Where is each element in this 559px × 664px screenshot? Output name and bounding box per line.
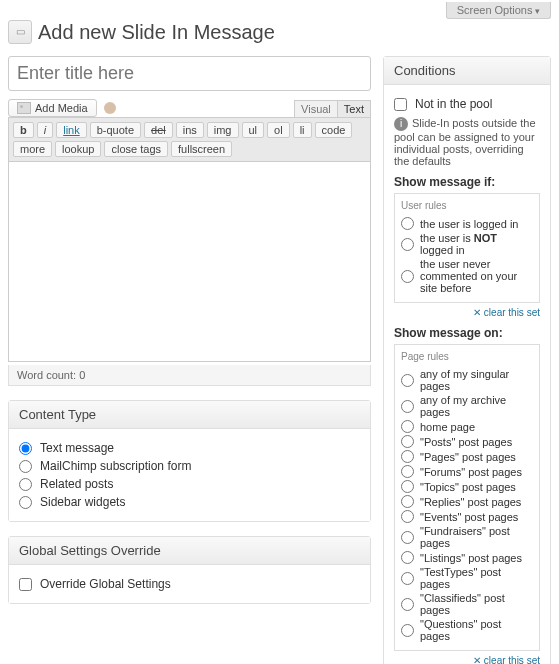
global-override-box: Global Settings Override Override Global…: [8, 536, 371, 604]
info-icon: i: [394, 117, 408, 131]
page-title-text: Add new Slide In Message: [38, 21, 275, 44]
word-count-bar: Word count: 0: [8, 365, 371, 386]
quicktags-toolbar: b i link b-quote del ins img ul ol li co…: [8, 117, 371, 162]
page-rule-3[interactable]: "Posts" post pages: [401, 435, 533, 448]
post-title-input[interactable]: [8, 56, 371, 91]
tab-text[interactable]: Text: [337, 100, 371, 117]
page-rules-fieldset: Page rules any of my singular pagesany o…: [394, 344, 540, 651]
page-rule-0[interactable]: any of my singular pages: [401, 368, 533, 392]
screen-options-toggle[interactable]: Screen Options: [446, 2, 551, 19]
qt-ol[interactable]: ol: [267, 122, 290, 138]
clear-user-rules[interactable]: clear this set: [473, 307, 540, 318]
show-if-heading: Show message if:: [394, 175, 540, 189]
content-editor[interactable]: [8, 162, 371, 362]
content-type-related[interactable]: Related posts: [19, 477, 360, 491]
qt-ins[interactable]: ins: [176, 122, 204, 138]
page-rule-8[interactable]: "Events" post pages: [401, 510, 533, 523]
media-badge-icon: [104, 102, 116, 114]
qt-fullscreen[interactable]: fullscreen: [171, 141, 232, 157]
media-icon: [17, 102, 31, 114]
qt-del[interactable]: del: [144, 122, 173, 138]
tab-visual[interactable]: Visual: [294, 100, 338, 117]
content-type-text[interactable]: Text message: [19, 441, 360, 455]
conditions-heading: Conditions: [384, 57, 550, 85]
page-rule-4[interactable]: "Pages" post pages: [401, 450, 533, 463]
content-type-sidebar[interactable]: Sidebar widgets: [19, 495, 360, 509]
rule-logged-in[interactable]: the user is logged in: [401, 217, 533, 230]
qt-bold[interactable]: b: [13, 122, 34, 138]
qt-italic[interactable]: i: [37, 122, 53, 138]
qt-bquote[interactable]: b-quote: [90, 122, 141, 138]
rule-not-logged-in[interactable]: the user is NOT logged in: [401, 232, 533, 256]
page-rule-9[interactable]: "Fundraisers" post pages: [401, 525, 533, 549]
qt-more[interactable]: more: [13, 141, 52, 157]
qt-ul[interactable]: ul: [242, 122, 265, 138]
slidein-icon: ▭: [8, 20, 32, 44]
content-type-mailchimp[interactable]: MailChimp subscription form: [19, 459, 360, 473]
page-title: ▭ Add new Slide In Message: [8, 20, 551, 44]
qt-close-tags[interactable]: close tags: [104, 141, 168, 157]
override-global-checkbox[interactable]: Override Global Settings: [19, 577, 360, 591]
page-rule-2[interactable]: home page: [401, 420, 533, 433]
rule-never-commented[interactable]: the user never commented on your site be…: [401, 258, 533, 294]
qt-img[interactable]: img: [207, 122, 239, 138]
page-rule-6[interactable]: "Topics" post pages: [401, 480, 533, 493]
not-in-pool-checkbox[interactable]: Not in the pool: [394, 97, 540, 111]
page-rule-5[interactable]: "Forums" post pages: [401, 465, 533, 478]
conditions-box: Conditions Not in the pool iSlide-In pos…: [383, 56, 551, 664]
add-media-button[interactable]: Add Media: [8, 99, 97, 117]
page-rule-1[interactable]: any of my archive pages: [401, 394, 533, 418]
conditions-info: iSlide-In posts outside the pool can be …: [394, 117, 540, 167]
show-on-heading: Show message on:: [394, 326, 540, 340]
page-rule-12[interactable]: "Classifieds" post pages: [401, 592, 533, 616]
qt-link[interactable]: link: [56, 122, 87, 138]
page-rule-11[interactable]: "TestTypes" post pages: [401, 566, 533, 590]
content-type-box: Content Type Text message MailChimp subs…: [8, 400, 371, 522]
qt-code[interactable]: code: [315, 122, 353, 138]
user-rules-fieldset: User rules the user is logged in the use…: [394, 193, 540, 303]
page-rules-legend: Page rules: [401, 351, 533, 366]
qt-lookup[interactable]: lookup: [55, 141, 101, 157]
content-type-heading: Content Type: [9, 401, 370, 429]
page-rule-7[interactable]: "Replies" post pages: [401, 495, 533, 508]
qt-li[interactable]: li: [293, 122, 312, 138]
global-override-heading: Global Settings Override: [9, 537, 370, 565]
page-rule-13[interactable]: "Questions" post pages: [401, 618, 533, 642]
clear-page-rules[interactable]: clear this set: [473, 655, 540, 664]
page-rule-10[interactable]: "Listings" post pages: [401, 551, 533, 564]
user-rules-legend: User rules: [401, 200, 533, 215]
